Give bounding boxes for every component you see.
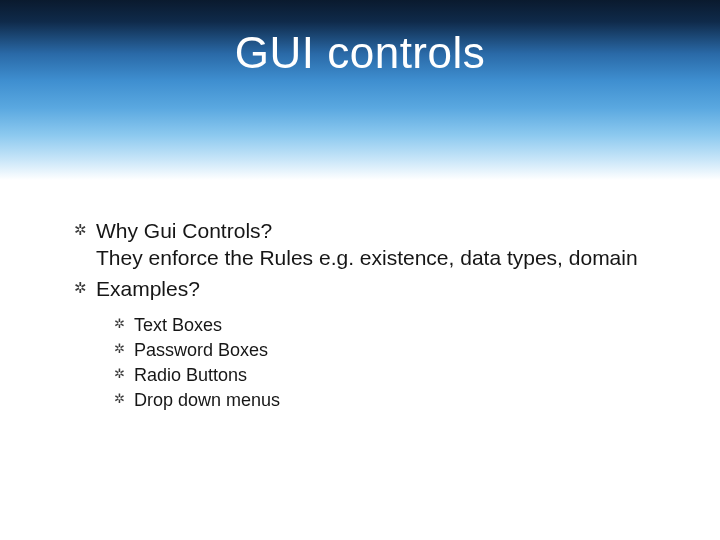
list-item-text: Drop down menus [134,390,280,410]
list-item: Drop down menus [114,388,670,413]
slide-content: Why Gui Controls?They enforce the Rules … [74,218,670,417]
slide: GUI controls Why Gui Controls?They enfor… [0,0,720,540]
list-item: Radio Buttons [114,363,670,388]
list-item-text: Password Boxes [134,340,268,360]
list-item-text: Radio Buttons [134,365,247,385]
list-item: Why Gui Controls?They enforce the Rules … [74,218,670,272]
list-item: Examples? Text Boxes Password Boxes Radi… [74,276,670,414]
bullet-list-level1: Why Gui Controls?They enforce the Rules … [74,218,670,413]
list-item-text: Text Boxes [134,315,222,335]
list-item-text: Examples? [96,277,200,300]
list-item: Password Boxes [114,338,670,363]
list-item-text: Why Gui Controls?They enforce the Rules … [96,219,638,269]
header-band: GUI controls [0,0,720,180]
bullet-list-level2: Text Boxes Password Boxes Radio Buttons … [114,313,670,414]
slide-title: GUI controls [235,28,486,180]
list-item: Text Boxes [114,313,670,338]
